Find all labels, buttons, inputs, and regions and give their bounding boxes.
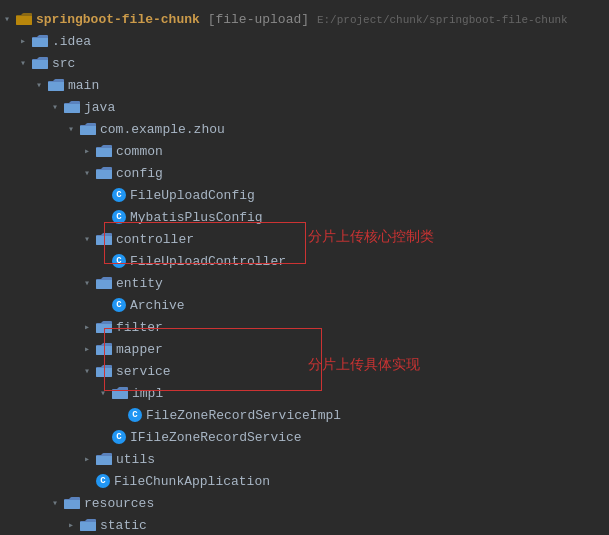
tree-item-resources[interactable]: ▾ resources [0,492,609,514]
expand-arrow[interactable]: ▾ [84,365,96,377]
tree-label: FileUploadConfig [130,188,255,203]
project-icon [16,13,32,25]
tree-item-root[interactable]: ▾ springboot-file-chunk [file-upload] E:… [0,8,609,30]
folder-icon [64,497,80,509]
tree-label: config [116,166,163,181]
tree-label: filter [116,320,163,335]
folder-icon [96,453,112,465]
folder-icon [48,79,64,91]
class-icon: C [112,188,126,202]
tree-item-idea[interactable]: ▸ .idea [0,30,609,52]
expand-arrow[interactable]: ▾ [100,387,112,399]
tree-label: entity [116,276,163,291]
tree-label: resources [84,496,154,511]
tree-item-FileUploadController[interactable]: CFileUploadController [0,250,609,272]
folder-icon [64,101,80,113]
class-icon: C [112,298,126,312]
expand-arrow[interactable]: ▾ [84,233,96,245]
tree-label: mapper [116,342,163,357]
tree-label: static [100,518,147,533]
tree-item-com[interactable]: ▾ com.example.zhou [0,118,609,140]
tree-label: utils [116,452,155,467]
tree-label: FileChunkApplication [114,474,270,489]
folder-icon [96,233,112,245]
tree-item-utils[interactable]: ▸ utils [0,448,609,470]
folder-icon [96,343,112,355]
expand-arrow[interactable]: ▾ [52,101,64,113]
class-icon: C [128,408,142,422]
tree-label: MybatisPlusConfig [130,210,263,225]
folder-icon [96,277,112,289]
expand-arrow[interactable]: ▾ [68,123,80,135]
tree-item-controller[interactable]: ▾ controller [0,228,609,250]
tree-label: IFileZoneRecordService [130,430,302,445]
tree-label: .idea [52,34,91,49]
tree-label: main [68,78,99,93]
expand-arrow[interactable]: ▾ [84,167,96,179]
folder-icon [32,57,48,69]
tree-item-java[interactable]: ▾ java [0,96,609,118]
expand-arrow[interactable]: ▾ [52,497,64,509]
expand-arrow[interactable]: ▸ [20,35,32,47]
tree-item-entity[interactable]: ▾ entity [0,272,609,294]
folder-icon [96,145,112,157]
tree-item-IFileZoneRecordService[interactable]: CIFileZoneRecordService [0,426,609,448]
tree-label: FileUploadController [130,254,286,269]
tree-item-filter[interactable]: ▸ filter [0,316,609,338]
expand-arrow[interactable]: ▸ [84,145,96,157]
expand-arrow[interactable]: ▾ [20,57,32,69]
tree-item-FileChunkApplication[interactable]: CFileChunkApplication [0,470,609,492]
class-icon: C [112,430,126,444]
tree-label: common [116,144,163,159]
tree-label: impl [132,386,163,401]
folder-icon [112,387,128,399]
expand-arrow[interactable]: ▾ [36,79,48,91]
tree-item-static[interactable]: ▸ static [0,514,609,535]
folder-icon [80,519,96,531]
expand-arrow[interactable]: ▸ [84,321,96,333]
class-icon: C [112,210,126,224]
folder-icon [96,167,112,179]
tree-item-impl[interactable]: ▾ impl [0,382,609,404]
tree-label: java [84,100,115,115]
tree-label: springboot-file-chunk [file-upload] E:/p… [36,12,568,27]
tree-label: com.example.zhou [100,122,225,137]
tree-item-mapper[interactable]: ▸ mapper [0,338,609,360]
expand-arrow[interactable]: ▸ [84,453,96,465]
file-tree: ▾ springboot-file-chunk [file-upload] E:… [0,0,609,535]
tree-item-main[interactable]: ▾ main [0,74,609,96]
class-icon: C [96,474,110,488]
tree-item-src[interactable]: ▾ src [0,52,609,74]
folder-icon [96,365,112,377]
tree-item-Archive[interactable]: CArchive [0,294,609,316]
tree-item-FileUploadConfig[interactable]: CFileUploadConfig [0,184,609,206]
tree-item-MybatisPlusConfig[interactable]: CMybatisPlusConfig [0,206,609,228]
annotation-service: 分片上传具体实现 [308,356,420,374]
tree-item-common[interactable]: ▸ common [0,140,609,162]
tree-label: Archive [130,298,185,313]
tree-label: FileZoneRecordServiceImpl [146,408,341,423]
folder-icon [96,321,112,333]
tree-item-config[interactable]: ▾ config [0,162,609,184]
expand-arrow[interactable]: ▾ [4,13,16,25]
package-folder-icon [80,123,96,135]
expand-arrow[interactable]: ▸ [84,343,96,355]
tree-item-service[interactable]: ▾ service [0,360,609,382]
expand-arrow[interactable]: ▾ [84,277,96,289]
tree-item-FileZoneRecordServiceImpl[interactable]: CFileZoneRecordServiceImpl [0,404,609,426]
folder-icon [32,35,48,47]
tree-label: src [52,56,75,71]
expand-arrow[interactable]: ▸ [68,519,80,531]
tree-label: controller [116,232,194,247]
tree-label: service [116,364,171,379]
annotation-controller: 分片上传核心控制类 [308,228,434,246]
class-icon: C [112,254,126,268]
